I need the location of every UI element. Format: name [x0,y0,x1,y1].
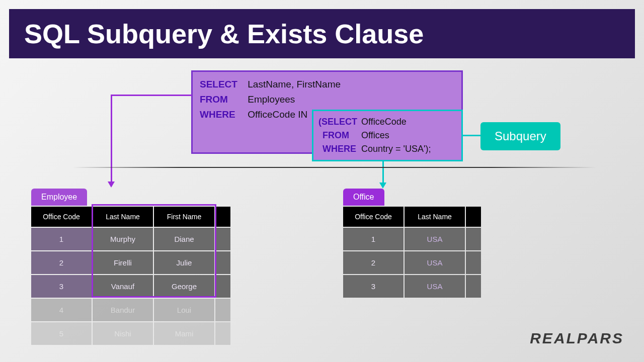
logo: REALPARS [530,330,624,347]
val-where: OfficeCode IN [248,109,307,120]
table-header-row: Office Code Last Name First Name [31,207,230,227]
cell: USA [405,275,465,298]
cell [466,228,481,250]
cell [466,275,481,298]
cell: 5 [31,322,92,345]
cell: 1 [343,228,404,250]
kw-where: WHERE [200,109,245,120]
cell: George [154,275,214,298]
page-title: SQL Subquery & Exists Clause [9,9,635,58]
subquery-label: Subquery [480,122,560,150]
kw-select: SELECT [200,79,245,90]
employee-table-container: Employee Office Code Last Name First Nam… [30,189,231,346]
val-select: LastName, FirstName [248,79,341,89]
cell [215,299,230,321]
connector-line [463,135,480,136]
sub-kw-from: FROM [318,130,359,141]
sub-kw-where: WHERE [318,144,359,154]
purple-arrow-head [108,182,115,188]
purple-arrow-vline [111,95,112,183]
cell: 3 [31,275,92,298]
office-tab: Office [343,189,384,206]
kw-from: FROM [200,94,245,105]
table-row: 1 Murphy Diane [31,228,230,250]
cell: Mami [154,322,214,345]
cell [215,228,230,250]
teal-arrow-line [382,161,384,184]
purple-arrow-hline [111,95,192,96]
cell: Loui [154,299,214,321]
teal-arrow-head [379,183,386,189]
cell: Vanauf [93,275,153,298]
th-office-code: Office Code [343,207,404,227]
cell: 1 [31,228,92,250]
cell: 2 [343,251,404,274]
th-office-code: Office Code [31,207,92,227]
cell: 3 [343,275,404,298]
sub-val-from: Offices [361,130,389,140]
cell: Julie [154,251,214,274]
th-blank [215,207,230,227]
table-row: 3 Vanauf George [31,275,230,298]
table-row: 5 Nishi Mami [31,322,230,345]
table-row: 2 USA [343,251,481,274]
cell: Firelli [93,251,153,274]
cell [466,251,481,274]
cell [215,275,230,298]
employee-table: Office Code Last Name First Name 1 Murph… [30,206,231,346]
th-last-name: Last Name [405,207,465,227]
cell: USA [405,228,465,250]
cell: Bandur [93,299,153,321]
subquery-box: (SELECT OfficeCode FROM Offices WHERE Co… [312,110,463,161]
table-row: 1 USA [343,228,481,250]
office-table: Office Code Last Name 1 USA 2 USA 3 USA [342,206,482,299]
th-blank [466,207,481,227]
cell [215,251,230,274]
cell: 4 [31,299,92,321]
cell: 2 [31,251,92,274]
table-header-row: Office Code Last Name [343,207,481,227]
office-table-container: Office Office Code Last Name 1 USA 2 USA… [342,189,482,299]
table-row: 2 Firelli Julie [31,251,230,274]
cell: USA [405,251,465,274]
cell: Murphy [93,228,153,250]
table-row: 4 Bandur Loui [31,299,230,321]
cell: Nishi [93,322,153,345]
cell [215,322,230,345]
sub-val-select: OfficeCode [361,117,407,127]
table-row: 3 USA [343,275,481,298]
employee-tab: Employee [31,189,87,206]
sub-val-where: Country = 'USA'); [361,144,431,154]
divider-line [73,167,596,168]
sub-kw-select: (SELECT [318,117,359,127]
th-last-name: Last Name [93,207,153,227]
val-from: Employees [248,94,295,105]
th-first-name: First Name [154,207,214,227]
cell: Diane [154,228,214,250]
